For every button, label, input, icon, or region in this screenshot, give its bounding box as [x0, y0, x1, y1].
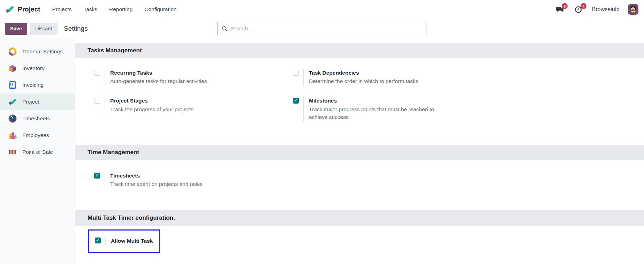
- svg-text:$: $: [10, 82, 13, 86]
- setting-timesheets: Timesheets Track time spent on projects …: [94, 172, 644, 189]
- messages-badge: 6: [562, 3, 568, 9]
- app-brand[interactable]: Project: [5, 5, 40, 14]
- nav-item-projects[interactable]: Projects: [52, 6, 71, 13]
- setting-description: Determine the order in which to perform …: [309, 77, 418, 85]
- nav-item-tasks[interactable]: Tasks: [83, 6, 97, 13]
- milestones-checkbox[interactable]: [293, 98, 299, 104]
- discard-button[interactable]: Discard: [30, 23, 58, 35]
- section-header-multi-task-timer: Multi Task Timer configuration.: [75, 210, 644, 226]
- invoicing-icon: $: [8, 81, 17, 90]
- avatar-image: [628, 4, 638, 15]
- setting-description: Auto-generate tasks for regular activiti…: [110, 77, 207, 85]
- sidebar-item-inventory[interactable]: Inventory: [0, 60, 75, 77]
- timesheets-checkbox[interactable]: [94, 173, 100, 179]
- page-title: Settings: [64, 25, 88, 32]
- section-header-tasks-management: Tasks Management: [75, 43, 644, 58]
- activities-button[interactable]: 4: [573, 5, 584, 14]
- point-of-sale-icon: [8, 148, 17, 157]
- sidebar-item-label: Point of Sale: [22, 149, 53, 155]
- save-button[interactable]: Save: [5, 23, 27, 35]
- search-box[interactable]: [217, 22, 426, 35]
- sidebar-item-invoicing[interactable]: $ Invoicing: [0, 77, 75, 93]
- timesheets-icon: [8, 114, 17, 123]
- general-settings-icon: [8, 47, 17, 56]
- sidebar-item-point-of-sale[interactable]: Point of Sale: [0, 144, 75, 160]
- recurring-tasks-checkbox[interactable]: [94, 70, 100, 76]
- allow-multi-task-checkbox[interactable]: [95, 237, 101, 243]
- setting-milestones: Milestones Track major progress points t…: [293, 97, 492, 122]
- project-icon: [8, 97, 17, 107]
- inventory-icon: [8, 64, 17, 73]
- setting-title[interactable]: Task Dependencies: [309, 69, 418, 77]
- tasks-management-settings: Recurring Tasks Auto-generate tasks for …: [94, 58, 644, 140]
- setting-title[interactable]: Milestones: [309, 97, 445, 105]
- messages-button[interactable]: 6: [554, 5, 565, 14]
- sidebar-item-timesheets[interactable]: Timesheets: [0, 110, 75, 127]
- employees-icon: [8, 131, 17, 140]
- setting-task-dependencies: Task Dependencies Determine the order in…: [293, 69, 492, 86]
- search-input[interactable]: [231, 25, 422, 32]
- settings-content: Tasks Management Recurring Tasks Auto-ge…: [75, 38, 644, 264]
- setting-recurring-tasks: Recurring Tasks Auto-generate tasks for …: [94, 69, 293, 86]
- sidebar-item-label: Employees: [22, 132, 49, 138]
- multi-task-settings: Allow Multi Task: [88, 229, 644, 252]
- task-dependencies-checkbox[interactable]: [293, 70, 299, 76]
- setting-title[interactable]: Timesheets: [110, 172, 203, 180]
- activities-badge: 4: [581, 3, 586, 9]
- sidebar-item-label: Invoicing: [22, 82, 44, 88]
- sidebar-item-label: Project: [22, 99, 39, 105]
- setting-title[interactable]: Allow Multi Task: [111, 237, 153, 245]
- setting-allow-multi-task: Allow Multi Task: [95, 237, 153, 245]
- setting-project-stages: Project Stages Track the progress of you…: [94, 97, 293, 122]
- setting-description: Track major progress points that must be…: [309, 106, 445, 121]
- search-icon: [222, 26, 228, 32]
- nav-item-configuration[interactable]: Configuration: [144, 6, 176, 13]
- top-navbar: Project Projects Tasks Reporting Configu…: [0, 0, 644, 19]
- sidebar-item-employees[interactable]: Employees: [0, 127, 75, 144]
- setting-description: Track the progress of your projects: [110, 106, 194, 113]
- user-name[interactable]: Browseinfo: [592, 6, 620, 13]
- app-brand-label: Project: [18, 6, 40, 13]
- time-management-settings: Timesheets Track time spent on projects …: [94, 160, 644, 206]
- project-stages-checkbox[interactable]: [94, 98, 100, 104]
- section-header-time-management: Time Management: [75, 145, 644, 160]
- sidebar-item-label: Timesheets: [22, 115, 50, 122]
- setting-title[interactable]: Project Stages: [110, 97, 194, 105]
- setting-title[interactable]: Recurring Tasks: [110, 69, 207, 77]
- sidebar-item-project[interactable]: Project: [0, 93, 75, 110]
- sidebar-item-label: General Settings: [22, 48, 62, 55]
- nav-menu: Projects Tasks Reporting Configuration: [52, 6, 176, 13]
- nav-item-reporting[interactable]: Reporting: [109, 6, 132, 13]
- sidebar-item-general-settings[interactable]: General Settings: [0, 43, 75, 60]
- settings-sidebar: General Settings Inventory $: [0, 38, 75, 264]
- user-avatar[interactable]: [628, 4, 638, 15]
- allow-multi-task-highlight-box: Allow Multi Task: [88, 229, 160, 252]
- sidebar-item-label: Inventory: [22, 65, 45, 71]
- setting-description: Track time spent on projects and tasks: [110, 180, 203, 188]
- control-bar: Save Discard Settings: [0, 19, 644, 38]
- project-app-icon: [5, 5, 14, 14]
